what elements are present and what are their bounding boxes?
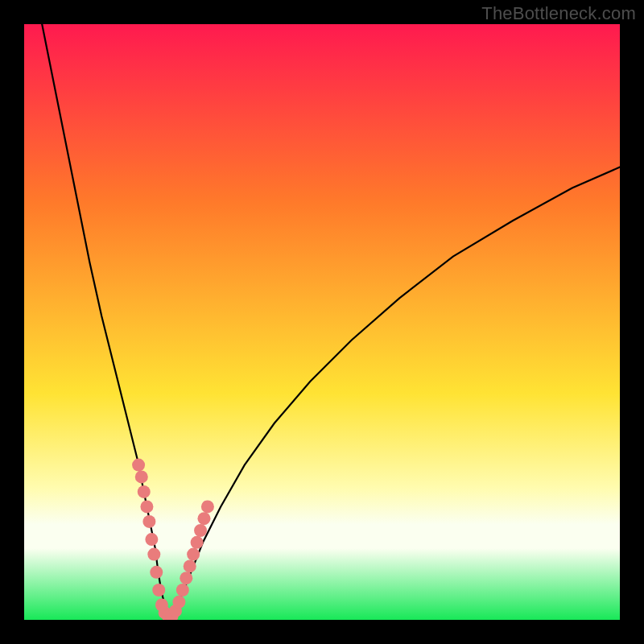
marker-dot bbox=[142, 515, 155, 528]
marker-dot bbox=[145, 533, 158, 546]
marker-dot bbox=[150, 566, 163, 579]
marker-dot bbox=[194, 524, 207, 537]
chart-frame: TheBottleneck.com bbox=[0, 0, 644, 644]
marker-dot bbox=[140, 500, 153, 513]
marker-dot bbox=[152, 584, 165, 597]
gradient-background bbox=[24, 24, 620, 620]
chart-svg bbox=[24, 24, 620, 620]
marker-dot bbox=[138, 485, 151, 498]
marker-dot bbox=[191, 536, 204, 549]
attribution-label: TheBottleneck.com bbox=[481, 3, 636, 24]
marker-dot bbox=[197, 512, 210, 525]
marker-dot bbox=[180, 572, 192, 584]
marker-dot bbox=[176, 584, 189, 597]
marker-dot bbox=[184, 559, 196, 572]
marker-dot bbox=[135, 470, 148, 483]
marker-dot bbox=[187, 548, 200, 561]
marker-dot bbox=[172, 596, 185, 609]
marker-dot bbox=[147, 548, 160, 561]
marker-dot bbox=[201, 500, 214, 513]
plot-area bbox=[24, 24, 620, 620]
marker-dot bbox=[132, 459, 145, 472]
